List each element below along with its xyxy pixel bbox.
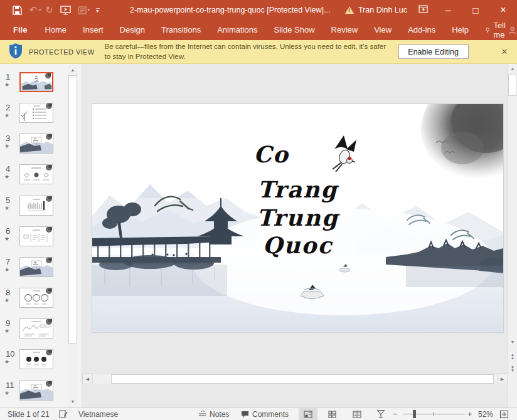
slide-counter[interactable]: Slide 1 of 21	[8, 408, 50, 420]
animation-star-icon: ★	[4, 328, 9, 334]
tab-design[interactable]: Design	[112, 20, 153, 40]
minimize-button[interactable]: ─	[434, 0, 462, 20]
animation-star-icon: ★	[4, 236, 9, 242]
user-account[interactable]: Tran Dinh Luc	[358, 6, 407, 14]
comments-button[interactable]: Comments	[241, 408, 289, 420]
share-button[interactable]: Share	[508, 26, 517, 35]
powerpoint-window: ↶▾ ↻ ▾ ─▾ 2-mau-powerpoint-co-trang-trun…	[0, 0, 517, 420]
tab-slide-show[interactable]: Slide Show	[266, 20, 323, 40]
slide-number: 9	[6, 318, 10, 328]
view-options-dropdown-icon[interactable]: ▾	[88, 8, 90, 13]
language-indicator[interactable]: Vietnamese	[78, 408, 118, 420]
slide-number: 3	[6, 134, 10, 143]
ribbon-tab-bar: File Home Insert Design Transitions Anim…	[0, 20, 517, 40]
fit-slide-to-window-button[interactable]	[499, 408, 509, 420]
animation-star-icon: ★	[4, 297, 9, 303]
previous-slide-button[interactable]: ▲▲	[508, 351, 517, 362]
scroll-left-icon[interactable]: ◀	[82, 374, 93, 384]
zoom-slider-track[interactable]	[403, 414, 466, 414]
animation-star-icon: ★	[4, 112, 9, 118]
tab-help[interactable]: Help	[444, 20, 477, 40]
slide-number: 6	[6, 226, 10, 236]
tab-insert[interactable]: Insert	[75, 20, 112, 40]
close-button[interactable]: ×	[489, 0, 517, 20]
tab-review[interactable]: Review	[323, 20, 366, 40]
tab-file[interactable]: File	[4, 20, 36, 40]
quick-access-toolbar: ↶▾ ↻ ▾ ─▾	[9, 3, 106, 18]
animation-star-icon: ★	[4, 174, 9, 180]
tell-me-label: Tell me	[493, 21, 508, 39]
tab-view[interactable]: View	[366, 20, 400, 40]
enable-editing-button[interactable]: Enable Editing	[398, 45, 469, 59]
save-button[interactable]	[9, 3, 25, 18]
slide-canvas: Co Trang Trung Quoc ◀ ▶	[82, 64, 507, 407]
animation-star-icon: ★	[4, 359, 9, 365]
horizontal-scrollbar[interactable]: ◀ ▶	[82, 373, 508, 384]
slide-number: 4	[6, 164, 10, 174]
protected-view-label: PROTECTED VIEW	[29, 48, 95, 56]
animation-star-icon: ★	[4, 390, 9, 396]
slide-number: 7	[6, 257, 10, 266]
animation-star-icon: ★	[4, 81, 9, 88]
scrollbar-thumb[interactable]	[68, 75, 77, 344]
ribbon-display-options-button[interactable]	[418, 4, 428, 16]
scrollbar-thumb[interactable]	[111, 374, 494, 384]
scroll-down-icon[interactable]: ▼	[508, 337, 517, 347]
zoom-slider-tick	[433, 412, 434, 416]
slide-title-line[interactable]: Trang	[92, 178, 503, 201]
comment-icon	[241, 411, 249, 418]
scroll-right-icon[interactable]: ▶	[497, 374, 508, 384]
status-bar: Slide 1 of 21 Vietnamese Notes Comments …	[0, 407, 517, 420]
notes-button[interactable]: Notes	[198, 408, 229, 420]
slide-title-line[interactable]: Co	[92, 143, 477, 165]
tab-home[interactable]: Home	[36, 20, 75, 40]
animation-star-icon: ★	[4, 143, 9, 149]
next-slide-button[interactable]: ▼▼	[508, 364, 517, 375]
scroll-down-icon[interactable]: ▼	[68, 397, 78, 406]
slide-title-line[interactable]: Trung	[92, 206, 503, 229]
dismiss-bar-icon[interactable]: ✕	[498, 47, 511, 56]
protected-view-bar: PROTECTED VIEW Be careful—files from the…	[0, 40, 517, 64]
scroll-up-icon[interactable]: ▲	[508, 64, 517, 73]
normal-view-button[interactable]	[299, 408, 317, 420]
redo-button[interactable]: ↻	[41, 3, 58, 18]
lightbulb-icon	[486, 26, 489, 35]
tab-transitions[interactable]: Transitions	[153, 20, 209, 40]
title-bar: ↶▾ ↻ ▾ ─▾ 2-mau-powerpoint-co-trang-trun…	[0, 0, 517, 20]
thumbnail-scrollbar[interactable]: ▲ ▼	[68, 65, 78, 406]
slide-number: 10	[6, 349, 14, 359]
scrollbar-thumb[interactable]	[508, 75, 516, 96]
animation-star-icon: ★	[4, 205, 9, 211]
protected-view-message: Be careful—files from the Internet can c…	[105, 42, 387, 61]
zoom-slider-handle[interactable]	[413, 410, 416, 418]
tab-add-ins[interactable]: Add-ins	[400, 20, 444, 40]
vertical-scrollbar[interactable]: ▲ ▼ ▲▲ ▼▼	[507, 64, 517, 407]
zoom-in-button[interactable]: +	[467, 408, 472, 420]
reading-view-button[interactable]	[348, 408, 366, 420]
spell-check-icon[interactable]	[59, 408, 68, 420]
animation-star-icon: ★	[4, 266, 9, 273]
slide-number: 8	[6, 288, 10, 297]
start-slideshow-button[interactable]	[58, 3, 74, 18]
slide-show-button[interactable]	[371, 408, 390, 420]
document-title: 2-mau-powerpoint-co-trang-trung-quoc [Pr…	[130, 0, 330, 20]
tab-animations[interactable]: Animations	[209, 20, 265, 40]
zoom-level[interactable]: 52%	[478, 408, 493, 420]
tell-me-box[interactable]: Tell me	[486, 21, 509, 39]
scroll-up-icon[interactable]: ▲	[68, 65, 78, 75]
slide-sorter-view-button[interactable]	[322, 408, 341, 420]
slide-title-line[interactable]: Quoc	[92, 234, 503, 256]
notes-icon	[198, 411, 206, 417]
zoom-out-button[interactable]: −	[393, 408, 398, 420]
slide-number: 11	[6, 381, 14, 390]
maximize-button[interactable]: □	[462, 0, 489, 20]
slide-number: 2	[6, 103, 10, 112]
slide-number: 5	[6, 196, 10, 205]
shield-icon	[9, 43, 23, 61]
warning-icon: !	[345, 6, 354, 14]
slide-thumbnail-panel: 1 ★ 2 ★ 3 ★	[0, 64, 82, 407]
slide-number: 1	[6, 72, 10, 81]
slide-editor[interactable]: Co Trang Trung Quoc	[92, 104, 503, 332]
person-icon	[508, 26, 516, 34]
customize-qat-button[interactable]: ─▾	[90, 3, 106, 18]
